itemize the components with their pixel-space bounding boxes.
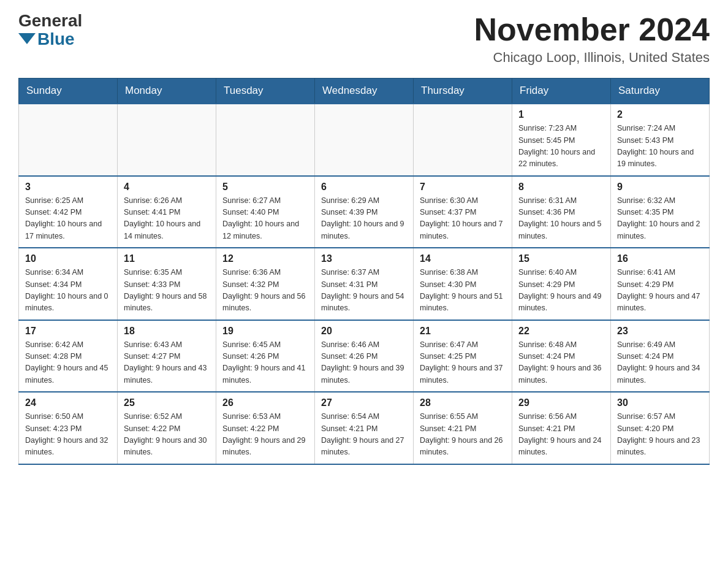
day-info: Sunrise: 6:54 AM Sunset: 4:21 PM Dayligh…	[321, 411, 407, 459]
calendar-day-cell: 4Sunrise: 6:26 AM Sunset: 4:41 PM Daylig…	[118, 176, 216, 248]
day-number: 7	[420, 182, 506, 193]
calendar-day-header: Saturday	[611, 79, 710, 104]
calendar-day-header: Tuesday	[216, 79, 315, 104]
calendar-day-cell	[315, 104, 414, 176]
day-number: 15	[518, 253, 604, 264]
calendar-day-cell: 26Sunrise: 6:53 AM Sunset: 4:22 PM Dayli…	[216, 392, 315, 464]
calendar-day-header: Friday	[512, 79, 611, 104]
day-number: 8	[518, 182, 604, 193]
day-info: Sunrise: 6:46 AM Sunset: 4:26 PM Dayligh…	[321, 339, 407, 387]
page-subtitle: Chicago Loop, Illinois, United States	[474, 50, 710, 66]
day-info: Sunrise: 6:26 AM Sunset: 4:41 PM Dayligh…	[124, 195, 210, 243]
day-info: Sunrise: 6:41 AM Sunset: 4:29 PM Dayligh…	[617, 267, 703, 315]
calendar-day-cell: 30Sunrise: 6:57 AM Sunset: 4:20 PM Dayli…	[611, 392, 710, 464]
day-info: Sunrise: 6:35 AM Sunset: 4:33 PM Dayligh…	[124, 267, 210, 315]
calendar-week-row: 17Sunrise: 6:42 AM Sunset: 4:28 PM Dayli…	[19, 320, 710, 393]
day-number: 9	[617, 182, 703, 193]
day-info: Sunrise: 6:38 AM Sunset: 4:30 PM Dayligh…	[420, 267, 506, 315]
day-number: 18	[124, 326, 210, 337]
calendar-day-cell: 8Sunrise: 6:31 AM Sunset: 4:36 PM Daylig…	[512, 176, 611, 248]
page-title: November 2024	[474, 12, 710, 47]
calendar-day-cell: 1Sunrise: 7:23 AM Sunset: 5:45 PM Daylig…	[512, 104, 611, 176]
calendar-day-cell: 12Sunrise: 6:36 AM Sunset: 4:32 PM Dayli…	[216, 248, 315, 320]
day-number: 11	[124, 253, 210, 264]
calendar-week-row: 10Sunrise: 6:34 AM Sunset: 4:34 PM Dayli…	[19, 248, 710, 320]
logo: General Blue	[18, 12, 82, 49]
calendar-week-row: 3Sunrise: 6:25 AM Sunset: 4:42 PM Daylig…	[19, 176, 710, 248]
calendar-day-cell	[118, 104, 216, 176]
day-info: Sunrise: 6:45 AM Sunset: 4:26 PM Dayligh…	[222, 339, 308, 387]
calendar-day-cell: 22Sunrise: 6:48 AM Sunset: 4:24 PM Dayli…	[512, 320, 611, 393]
calendar-week-row: 24Sunrise: 6:50 AM Sunset: 4:23 PM Dayli…	[19, 392, 710, 464]
calendar-day-cell: 18Sunrise: 6:43 AM Sunset: 4:27 PM Dayli…	[118, 320, 216, 393]
day-number: 17	[25, 326, 111, 337]
day-info: Sunrise: 6:25 AM Sunset: 4:42 PM Dayligh…	[25, 195, 111, 243]
day-number: 10	[25, 253, 111, 264]
day-info: Sunrise: 6:34 AM Sunset: 4:34 PM Dayligh…	[25, 267, 111, 315]
day-number: 1	[518, 109, 604, 120]
calendar-day-cell: 24Sunrise: 6:50 AM Sunset: 4:23 PM Dayli…	[19, 392, 118, 464]
day-number: 19	[222, 326, 308, 337]
calendar-day-cell: 17Sunrise: 6:42 AM Sunset: 4:28 PM Dayli…	[19, 320, 118, 393]
calendar-day-header: Sunday	[19, 79, 118, 104]
calendar-day-cell: 7Sunrise: 6:30 AM Sunset: 4:37 PM Daylig…	[414, 176, 512, 248]
day-number: 3	[25, 182, 111, 193]
day-number: 23	[617, 326, 703, 337]
day-info: Sunrise: 6:32 AM Sunset: 4:35 PM Dayligh…	[617, 195, 703, 243]
day-number: 29	[518, 397, 604, 408]
day-number: 26	[222, 397, 308, 408]
day-number: 25	[124, 397, 210, 408]
calendar-day-cell: 28Sunrise: 6:55 AM Sunset: 4:21 PM Dayli…	[414, 392, 512, 464]
calendar-day-cell: 3Sunrise: 6:25 AM Sunset: 4:42 PM Daylig…	[19, 176, 118, 248]
day-number: 28	[420, 397, 506, 408]
day-info: Sunrise: 6:31 AM Sunset: 4:36 PM Dayligh…	[518, 195, 604, 243]
calendar-day-cell: 10Sunrise: 6:34 AM Sunset: 4:34 PM Dayli…	[19, 248, 118, 320]
calendar-day-cell: 16Sunrise: 6:41 AM Sunset: 4:29 PM Dayli…	[611, 248, 710, 320]
calendar-day-cell: 23Sunrise: 6:49 AM Sunset: 4:24 PM Dayli…	[611, 320, 710, 393]
day-number: 21	[420, 326, 506, 337]
day-info: Sunrise: 6:57 AM Sunset: 4:20 PM Dayligh…	[617, 411, 703, 459]
logo-general-text: General	[18, 12, 82, 29]
day-number: 4	[124, 182, 210, 193]
day-number: 12	[222, 253, 308, 264]
day-info: Sunrise: 6:53 AM Sunset: 4:22 PM Dayligh…	[222, 411, 308, 459]
calendar-week-row: 1Sunrise: 7:23 AM Sunset: 5:45 PM Daylig…	[19, 104, 710, 176]
day-info: Sunrise: 6:36 AM Sunset: 4:32 PM Dayligh…	[222, 267, 308, 315]
day-info: Sunrise: 6:49 AM Sunset: 4:24 PM Dayligh…	[617, 339, 703, 387]
day-info: Sunrise: 6:50 AM Sunset: 4:23 PM Dayligh…	[25, 411, 111, 459]
calendar-day-cell: 9Sunrise: 6:32 AM Sunset: 4:35 PM Daylig…	[611, 176, 710, 248]
day-info: Sunrise: 6:37 AM Sunset: 4:31 PM Dayligh…	[321, 267, 407, 315]
calendar-day-cell	[216, 104, 315, 176]
day-info: Sunrise: 6:55 AM Sunset: 4:21 PM Dayligh…	[420, 411, 506, 459]
day-info: Sunrise: 7:24 AM Sunset: 5:43 PM Dayligh…	[617, 123, 703, 170]
day-number: 27	[321, 397, 407, 408]
logo-triangle-icon	[18, 33, 36, 44]
calendar-day-cell	[414, 104, 512, 176]
day-number: 13	[321, 253, 407, 264]
day-number: 14	[420, 253, 506, 264]
day-info: Sunrise: 6:27 AM Sunset: 4:40 PM Dayligh…	[222, 195, 308, 243]
day-number: 22	[518, 326, 604, 337]
day-number: 5	[222, 182, 308, 193]
calendar-day-cell: 11Sunrise: 6:35 AM Sunset: 4:33 PM Dayli…	[118, 248, 216, 320]
calendar-day-cell	[19, 104, 118, 176]
day-info: Sunrise: 6:52 AM Sunset: 4:22 PM Dayligh…	[124, 411, 210, 459]
calendar-day-cell: 5Sunrise: 6:27 AM Sunset: 4:40 PM Daylig…	[216, 176, 315, 248]
day-number: 30	[617, 397, 703, 408]
calendar-header-row: SundayMondayTuesdayWednesdayThursdayFrid…	[19, 79, 710, 104]
day-number: 24	[25, 397, 111, 408]
calendar-day-cell: 2Sunrise: 7:24 AM Sunset: 5:43 PM Daylig…	[611, 104, 710, 176]
day-info: Sunrise: 6:30 AM Sunset: 4:37 PM Dayligh…	[420, 195, 506, 243]
day-info: Sunrise: 6:56 AM Sunset: 4:21 PM Dayligh…	[518, 411, 604, 459]
day-info: Sunrise: 6:29 AM Sunset: 4:39 PM Dayligh…	[321, 195, 407, 243]
calendar-day-cell: 15Sunrise: 6:40 AM Sunset: 4:29 PM Dayli…	[512, 248, 611, 320]
calendar-day-cell: 6Sunrise: 6:29 AM Sunset: 4:39 PM Daylig…	[315, 176, 414, 248]
calendar-day-header: Monday	[118, 79, 216, 104]
page-header: General Blue November 2024 Chicago Loop,…	[18, 12, 710, 66]
calendar-day-cell: 29Sunrise: 6:56 AM Sunset: 4:21 PM Dayli…	[512, 392, 611, 464]
day-info: Sunrise: 6:40 AM Sunset: 4:29 PM Dayligh…	[518, 267, 604, 315]
calendar-day-cell: 13Sunrise: 6:37 AM Sunset: 4:31 PM Dayli…	[315, 248, 414, 320]
calendar-day-header: Wednesday	[315, 79, 414, 104]
calendar-day-cell: 25Sunrise: 6:52 AM Sunset: 4:22 PM Dayli…	[118, 392, 216, 464]
day-info: Sunrise: 6:43 AM Sunset: 4:27 PM Dayligh…	[124, 339, 210, 387]
